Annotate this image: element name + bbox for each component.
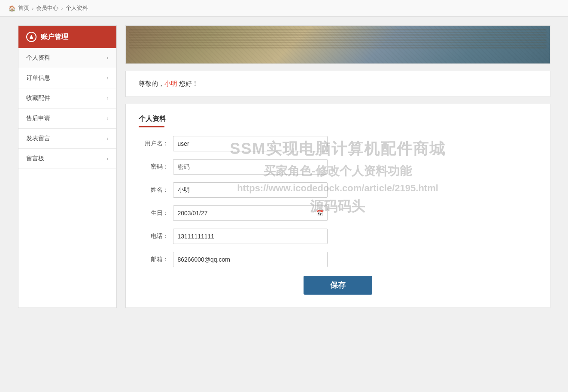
name-input[interactable] bbox=[173, 182, 328, 198]
banner-decoration bbox=[126, 26, 550, 63]
birthday-input[interactable] bbox=[173, 205, 328, 221]
sidebar-item-profile-label: 个人资料 bbox=[26, 54, 50, 62]
sidebar-item-aftersale[interactable]: 售后申请 › bbox=[18, 109, 116, 129]
sidebar-item-aftersale-label: 售后申请 bbox=[26, 115, 50, 122]
sidebar-item-favorites-label: 收藏配件 bbox=[26, 94, 50, 102]
form-title-underline bbox=[139, 126, 164, 127]
username-row: 用户名： bbox=[139, 136, 537, 151]
password-input[interactable] bbox=[173, 159, 328, 175]
calendar-icon: 📅 bbox=[316, 210, 323, 217]
email-row: 邮箱： bbox=[139, 252, 537, 267]
home-icon: 🏠 bbox=[9, 5, 15, 12]
birthday-label: 生日： bbox=[139, 209, 169, 217]
name-label: 姓名： bbox=[139, 186, 169, 194]
chevron-right-icon: › bbox=[107, 136, 109, 142]
chevron-right-icon: › bbox=[107, 156, 109, 162]
sidebar-item-comments[interactable]: 发表留言 › bbox=[18, 129, 116, 149]
main-content: 尊敬的，小明 您好！ 个人资料 SSM实现电脑计算机配件商城 买家角色-修改个人… bbox=[125, 25, 550, 308]
sidebar-item-orders[interactable]: 订单信息 › bbox=[18, 68, 116, 88]
sidebar-header-label: 账户管理 bbox=[41, 33, 68, 42]
profile-form-box: 个人资料 SSM实现电脑计算机配件商城 买家角色-修改个人资料功能 https:… bbox=[125, 104, 550, 308]
welcome-box: 尊敬的，小明 您好！ bbox=[125, 71, 550, 97]
breadcrumb: 🏠 首页 › 会员中心 › 个人资料 bbox=[0, 0, 568, 17]
password-row: 密码： bbox=[139, 159, 537, 175]
birthday-input-wrapper: 📅 bbox=[173, 205, 328, 221]
phone-row: 电话： bbox=[139, 229, 537, 244]
sidebar-item-comments-label: 发表留言 bbox=[26, 135, 50, 142]
chevron-right-icon: › bbox=[107, 55, 109, 61]
user-icon: ♟ bbox=[26, 32, 36, 42]
welcome-username: 小明 bbox=[164, 80, 177, 87]
breadcrumb-sep2: › bbox=[61, 5, 63, 12]
username-input[interactable] bbox=[173, 136, 328, 151]
chevron-right-icon: › bbox=[107, 115, 109, 121]
sidebar-header: ♟ 账户管理 bbox=[18, 26, 116, 48]
breadcrumb-current: 个人资料 bbox=[66, 4, 88, 12]
phone-input[interactable] bbox=[173, 229, 328, 244]
chevron-right-icon: › bbox=[107, 95, 109, 101]
sidebar-item-favorites[interactable]: 收藏配件 › bbox=[18, 88, 116, 109]
sidebar-item-orders-label: 订单信息 bbox=[26, 74, 50, 82]
save-button[interactable]: 保存 bbox=[304, 276, 372, 295]
name-row: 姓名： bbox=[139, 182, 537, 198]
breadcrumb-member[interactable]: 会员中心 bbox=[36, 4, 58, 12]
sidebar-item-board[interactable]: 留言板 › bbox=[18, 149, 116, 169]
welcome-suffix: 您好！ bbox=[177, 80, 198, 87]
sidebar-item-board-label: 留言板 bbox=[26, 155, 44, 163]
welcome-prefix: 尊敬的， bbox=[139, 80, 164, 87]
email-label: 邮箱： bbox=[139, 256, 169, 263]
banner bbox=[125, 25, 550, 64]
username-label: 用户名： bbox=[139, 140, 169, 148]
chevron-right-icon: › bbox=[107, 75, 109, 81]
phone-label: 电话： bbox=[139, 232, 169, 240]
birthday-row: 生日： 📅 bbox=[139, 205, 537, 221]
breadcrumb-sep1: › bbox=[32, 5, 33, 12]
email-input[interactable] bbox=[173, 252, 328, 267]
save-button-container: 保存 bbox=[139, 276, 537, 295]
sidebar: ♟ 账户管理 个人资料 › 订单信息 › 收藏配件 › 售后申请 › 发表留言 … bbox=[18, 25, 117, 308]
form-section-title: 个人资料 bbox=[139, 115, 537, 124]
breadcrumb-home[interactable]: 首页 bbox=[18, 4, 29, 12]
sidebar-item-profile[interactable]: 个人资料 › bbox=[18, 48, 116, 68]
password-label: 密码： bbox=[139, 163, 169, 171]
